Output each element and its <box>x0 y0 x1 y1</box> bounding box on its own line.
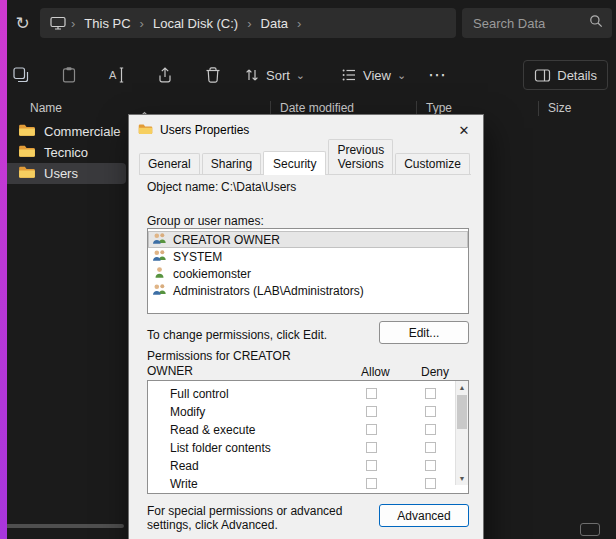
file-name: Tecnico <box>44 145 88 160</box>
permissions-listbox: Full control Modify Read & execute List … <box>147 380 469 494</box>
column-divider <box>538 101 539 116</box>
deny-checkbox[interactable] <box>425 424 436 435</box>
file-row-commerciale[interactable]: Commerciale <box>2 121 126 142</box>
deny-checkbox[interactable] <box>425 478 436 489</box>
breadcrumb-chevron[interactable]: › <box>137 16 147 31</box>
sort-label: Sort <box>266 68 290 83</box>
scroll-up-icon[interactable]: ▲ <box>456 381 468 394</box>
delete-button[interactable] <box>200 60 226 90</box>
file-name: Commerciale <box>44 124 121 139</box>
permissions-for-label: Permissions for CREATOR OWNER <box>147 349 322 379</box>
folder-icon <box>18 123 36 140</box>
more-button[interactable]: ⋯ <box>424 60 450 90</box>
tab-security[interactable]: Security <box>263 151 326 175</box>
breadcrumb-chevron[interactable]: › <box>244 16 254 31</box>
breadcrumb-this-pc[interactable]: This PC <box>78 14 136 33</box>
breadcrumb-chevron[interactable]: › <box>68 16 78 31</box>
column-header-size[interactable]: Size <box>548 101 571 115</box>
refresh-button[interactable]: ↻ <box>9 10 36 37</box>
search-box <box>462 8 612 38</box>
principal-item[interactable]: cookiemonster <box>148 265 468 282</box>
rename-button[interactable]: A <box>104 60 130 90</box>
accent-strip <box>0 0 7 539</box>
allow-checkbox[interactable] <box>366 388 377 399</box>
share-button[interactable] <box>152 60 178 90</box>
group-or-user-names-label: Group or user names: <box>147 214 264 228</box>
group-icon <box>152 232 167 247</box>
deny-checkbox[interactable] <box>425 442 436 453</box>
horizontal-scrollbar[interactable] <box>2 524 124 528</box>
edit-permissions-hint: To change permissions, click Edit. <box>147 328 327 342</box>
permission-row: Full control <box>148 385 468 403</box>
allow-checkbox[interactable] <box>366 442 377 453</box>
scroll-down-icon[interactable]: ▼ <box>456 472 468 485</box>
allow-checkbox[interactable] <box>366 424 377 435</box>
sort-button[interactable]: Sort ⌄ <box>240 60 309 90</box>
deny-checkbox[interactable] <box>425 406 436 417</box>
sort-icon <box>244 67 260 83</box>
users-properties-dialog: Users Properties ✕ General Sharing Secur… <box>128 114 484 539</box>
allow-checkbox[interactable] <box>366 406 377 417</box>
scrollbar-thumb[interactable] <box>457 395 467 429</box>
principal-name: CREATOR OWNER <box>173 233 280 247</box>
principal-item[interactable]: CREATOR OWNER <box>148 231 468 248</box>
edit-button[interactable]: Edit... <box>379 321 469 344</box>
view-button[interactable]: View ⌄ <box>337 60 410 90</box>
permission-row: Modify <box>148 403 468 421</box>
tab-sharing[interactable]: Sharing <box>202 153 261 174</box>
permission-row: Read & execute <box>148 421 468 439</box>
search-input[interactable] <box>471 15 589 32</box>
folder-icon <box>18 144 36 161</box>
column-header-date-modified[interactable]: Date modified <box>280 101 354 115</box>
this-pc-icon <box>48 16 68 30</box>
allow-checkbox[interactable] <box>366 478 377 489</box>
share-icon <box>156 66 174 84</box>
breadcrumb-data[interactable]: Data <box>255 14 294 33</box>
breadcrumb-chevron[interactable]: › <box>294 16 304 31</box>
file-row-tecnico[interactable]: Tecnico <box>2 142 126 163</box>
advanced-settings-hint: For special permissions or advanced sett… <box>147 504 379 532</box>
details-pane-icon <box>534 68 551 83</box>
permission-name: Write <box>170 477 198 491</box>
copy-button[interactable] <box>8 60 34 90</box>
permission-name: Full control <box>170 387 229 401</box>
dialog-title-bar: Users Properties ✕ <box>129 115 483 145</box>
group-icon <box>152 249 167 264</box>
paste-icon <box>60 66 78 84</box>
address-bar: › This PC › Local Disk (C:) › Data › <box>40 8 456 38</box>
statusbar-icon[interactable] <box>580 523 600 536</box>
deny-checkbox[interactable] <box>425 460 436 471</box>
advanced-button[interactable]: Advanced <box>379 504 469 527</box>
column-header-name[interactable]: Name <box>30 101 62 115</box>
deny-column-header: Deny <box>421 365 449 379</box>
chevron-down-icon: ⌄ <box>296 70 305 80</box>
column-header-type[interactable]: Type <box>426 101 452 115</box>
tab-general[interactable]: General <box>139 153 200 174</box>
dialog-tabs: General Sharing Security Previous Versio… <box>139 152 471 175</box>
copy-icon <box>12 66 30 84</box>
paste-button[interactable] <box>56 60 82 90</box>
user-icon <box>152 266 167 281</box>
deny-checkbox[interactable] <box>425 388 436 399</box>
permission-name: Modify <box>170 405 205 419</box>
details-button[interactable]: Details <box>523 60 608 90</box>
group-icon <box>152 283 167 298</box>
allow-checkbox[interactable] <box>366 460 377 471</box>
close-icon[interactable]: ✕ <box>451 117 477 143</box>
tab-customize[interactable]: Customize <box>395 153 470 174</box>
principal-item[interactable]: SYSTEM <box>148 248 468 265</box>
file-row-users[interactable]: Users <box>2 163 126 184</box>
permission-name: Read & execute <box>170 423 255 437</box>
file-name: Users <box>44 166 78 181</box>
object-name-label: Object name: <box>147 180 218 194</box>
dialog-title: Users Properties <box>160 123 249 137</box>
search-icon <box>589 14 603 32</box>
permission-row: List folder contents <box>148 439 468 457</box>
principal-item[interactable]: Administrators (LAB\Administrators) <box>148 282 468 299</box>
permission-name: List folder contents <box>170 441 271 455</box>
permissions-scrollbar: ▲ ▼ <box>455 381 468 485</box>
tab-previous-versions[interactable]: Previous Versions <box>328 139 393 174</box>
breadcrumb-local-disk[interactable]: Local Disk (C:) <box>147 14 244 33</box>
chevron-down-icon: ⌄ <box>397 70 406 80</box>
principal-name: Administrators (LAB\Administrators) <box>173 284 364 298</box>
